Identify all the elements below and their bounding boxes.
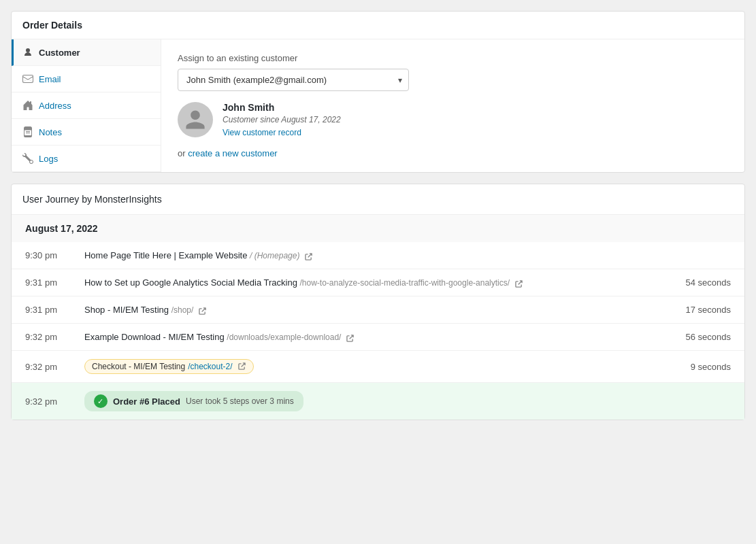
duration-4: 56 seconds bbox=[672, 324, 745, 351]
sidebar-item-customer[interactable]: Customer bbox=[12, 39, 161, 66]
customer-since: Customer since August 17, 2022 bbox=[223, 115, 341, 124]
duration-2: 54 seconds bbox=[672, 269, 745, 296]
customer-info-block: John Smith Customer since August 17, 202… bbox=[178, 102, 728, 137]
sidebar-item-notes[interactable]: Notes bbox=[12, 119, 161, 146]
order-placed-badge: ✓ Order #6 Placed User took 5 steps over… bbox=[84, 391, 303, 411]
sidebar-address-label: Address bbox=[39, 101, 71, 111]
avatar-person-icon bbox=[184, 108, 207, 131]
external-link-icon-3[interactable] bbox=[199, 307, 207, 315]
order-details-panel: Order Details Customer Email bbox=[11, 11, 745, 173]
journey-row-1: 9:30 pm Home Page Title Here | Example W… bbox=[12, 242, 744, 269]
journey-row-4: 9:32 pm Example Download - MI/EM Testing… bbox=[12, 324, 744, 351]
order-details-layout: Customer Email Address Not bbox=[12, 39, 744, 172]
customer-details: John Smith Customer since August 17, 202… bbox=[223, 102, 341, 137]
page-6: ✓ Order #6 Placed User took 5 steps over… bbox=[71, 383, 672, 420]
sidebar-customer-label: Customer bbox=[39, 48, 80, 58]
check-icon: ✓ bbox=[94, 394, 108, 408]
page-title-1: Home Page Title Here | Example Website bbox=[84, 250, 247, 260]
sidebar-item-email[interactable]: Email bbox=[12, 66, 161, 92]
sidebar-logs-label: Logs bbox=[39, 154, 58, 164]
customer-content-area: Assign to an existing customer John Smit… bbox=[161, 39, 744, 172]
external-link-icon-4[interactable] bbox=[346, 334, 355, 342]
page-path-1: / (Homepage) bbox=[250, 251, 299, 260]
page-path-3: /shop/ bbox=[171, 305, 194, 315]
customer-select[interactable]: John Smith (example2@gmail.com) bbox=[178, 69, 409, 91]
avatar bbox=[178, 102, 213, 137]
time-1: 9:30 pm bbox=[12, 242, 71, 269]
checkout-badge: Checkout - MI/EM Testing /checkout-2/ bbox=[84, 359, 254, 374]
duration-3: 17 seconds bbox=[672, 296, 745, 324]
notes-icon bbox=[22, 126, 33, 137]
journey-row-5: 9:32 pm Checkout - MI/EM Testing /checko… bbox=[12, 351, 744, 383]
external-link-icon-5[interactable] bbox=[238, 362, 246, 371]
external-link-icon-1[interactable] bbox=[305, 252, 313, 260]
page-2: How to Set up Google Analytics Social Me… bbox=[71, 269, 672, 296]
time-6: 9:32 pm bbox=[12, 383, 71, 420]
journey-date: August 17, 2022 bbox=[12, 215, 744, 242]
sidebar-item-address[interactable]: Address bbox=[12, 92, 161, 119]
page-title-2: How to Set up Google Analytics Social Me… bbox=[84, 277, 297, 288]
journey-row-2: 9:31 pm How to Set up Google Analytics S… bbox=[12, 269, 744, 296]
order-placed-label: Order #6 Placed bbox=[113, 396, 180, 407]
time-2: 9:31 pm bbox=[12, 269, 71, 296]
page-title-4: Example Download - MI/EM Testing bbox=[84, 332, 225, 342]
sidebar: Customer Email Address Not bbox=[12, 39, 161, 172]
user-journey-panel: User Journey by MonsterInsights August 1… bbox=[11, 184, 745, 420]
customer-select-wrapper[interactable]: John Smith (example2@gmail.com) ▾ bbox=[178, 69, 409, 91]
sidebar-email-label: Email bbox=[39, 74, 61, 84]
checkout-title: Checkout - MI/EM Testing bbox=[92, 362, 185, 371]
page-3: Shop - MI/EM Testing /shop/ bbox=[71, 296, 672, 324]
journey-row-3: 9:31 pm Shop - MI/EM Testing /shop/ 17 s… bbox=[12, 296, 744, 324]
wrench-icon bbox=[22, 153, 33, 164]
page-4: Example Download - MI/EM Testing /downlo… bbox=[71, 324, 672, 351]
time-4: 9:32 pm bbox=[12, 324, 71, 351]
assign-label: Assign to an existing customer bbox=[178, 53, 728, 63]
checkout-path: /checkout-2/ bbox=[188, 362, 232, 371]
time-5: 9:32 pm bbox=[12, 351, 71, 383]
email-icon bbox=[22, 73, 33, 84]
view-customer-record-link[interactable]: View customer record bbox=[223, 128, 301, 137]
person-icon bbox=[22, 47, 33, 58]
page-path-4: /downloads/example-download/ bbox=[227, 333, 341, 342]
page-title-3: Shop - MI/EM Testing bbox=[84, 305, 169, 315]
create-new-customer-link[interactable]: create a new customer bbox=[188, 148, 278, 158]
duration-5: 9 seconds bbox=[672, 351, 745, 383]
home-icon bbox=[22, 100, 33, 111]
external-link-icon-2[interactable] bbox=[515, 279, 523, 288]
page-5: Checkout - MI/EM Testing /checkout-2/ bbox=[71, 351, 672, 383]
duration-1 bbox=[672, 242, 745, 269]
journey-title: User Journey by MonsterInsights bbox=[12, 184, 744, 215]
or-text: or bbox=[178, 148, 186, 158]
sidebar-notes-label: Notes bbox=[39, 127, 62, 137]
journey-row-6: 9:32 pm ✓ Order #6 Placed User took 5 st… bbox=[12, 383, 744, 420]
page-path-2: /how-to-analyze-social-media-traffic-wit… bbox=[300, 278, 510, 288]
duration-6 bbox=[672, 383, 745, 420]
panel-title: Order Details bbox=[12, 12, 744, 39]
order-placed-sub: User took 5 steps over 3 mins bbox=[186, 396, 294, 406]
sidebar-item-logs[interactable]: Logs bbox=[12, 146, 161, 172]
time-3: 9:31 pm bbox=[12, 296, 71, 324]
journey-table: 9:30 pm Home Page Title Here | Example W… bbox=[12, 242, 744, 420]
page-1: Home Page Title Here | Example Website /… bbox=[71, 242, 672, 269]
create-customer-line: or create a new customer bbox=[178, 148, 728, 158]
customer-name: John Smith bbox=[223, 102, 341, 113]
